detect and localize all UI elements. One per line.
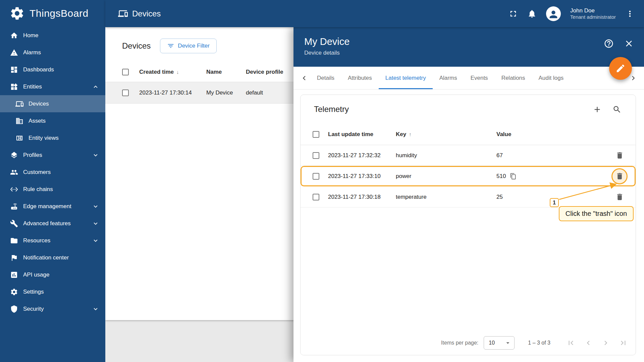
plus-icon	[593, 105, 602, 114]
copy-value-button[interactable]	[510, 173, 517, 180]
sidebar-item-label: Customers	[23, 169, 51, 176]
tab-alarms[interactable]: Alarms	[433, 67, 464, 89]
pencil-icon	[615, 63, 626, 73]
add-telemetry-button[interactable]	[593, 105, 602, 114]
telemetry-time: 2023-11-27 17:33:10	[328, 173, 396, 180]
kebab-menu-button[interactable]	[625, 9, 635, 18]
column-last-update-time[interactable]: Last update time	[328, 131, 396, 138]
tab-attributes[interactable]: Attributes	[341, 67, 379, 89]
tab-events[interactable]: Events	[464, 67, 495, 89]
items-per-page-label: Items per page:	[441, 340, 478, 346]
avatar[interactable]	[546, 6, 561, 21]
sidebar-item-edge-management[interactable]: Edge management	[0, 198, 105, 215]
sidebar-item-settings[interactable]: Settings	[0, 283, 105, 300]
delete-telemetry-button[interactable]	[615, 151, 624, 160]
panel-header: My Device Device details	[293, 27, 644, 67]
search-button[interactable]	[612, 105, 622, 114]
page-size-value: 10	[489, 340, 495, 346]
page-size-select[interactable]: 10	[484, 336, 515, 350]
tab-details[interactable]: Details	[310, 67, 341, 89]
security-icon	[10, 305, 18, 313]
sidebar-item-label: Entities	[23, 83, 42, 90]
sidebar-item-label: Rule chains	[23, 186, 53, 193]
fullscreen-button[interactable]	[508, 9, 518, 18]
sidebar-item-rule-chains[interactable]: Rule chains	[0, 181, 105, 198]
tab-latest-telemetry[interactable]: Latest telemetry	[379, 67, 433, 89]
row-checkbox[interactable]	[313, 173, 319, 180]
telemetry-row[interactable]: 2023-11-27 17:32:32 humidity 67	[301, 145, 636, 166]
sidebar-item-entity-views[interactable]: Entity views	[0, 129, 105, 146]
advanced-features-icon	[10, 220, 18, 228]
sidebar-item-devices[interactable]: Devices	[0, 95, 105, 112]
thingsboard-logo[interactable]: ThingsBoard	[0, 0, 105, 27]
tab-relations[interactable]: Relations	[495, 67, 532, 89]
resources-icon	[10, 237, 18, 245]
entity-views-icon	[15, 134, 23, 142]
sidebar-item-assets[interactable]: Assets	[0, 112, 105, 129]
chevron-left-icon	[300, 74, 309, 82]
last-page-button[interactable]	[619, 339, 628, 347]
sidebar-item-security[interactable]: Security	[0, 300, 105, 317]
help-button[interactable]	[604, 39, 614, 50]
dropdown-arrow-icon	[504, 339, 512, 347]
panel-tabs: Details Attributes Latest telemetry Alar…	[293, 67, 644, 89]
telemetry-time: 2023-11-27 17:30:18	[328, 194, 396, 200]
row-checkbox[interactable]	[313, 152, 319, 159]
device-filter-button[interactable]: Device Filter	[160, 39, 216, 53]
sidebar-item-notification-center[interactable]: Notification center	[0, 249, 105, 266]
dashboards-icon	[10, 66, 18, 74]
device-filter-label: Device Filter	[178, 43, 209, 49]
select-all-checkbox[interactable]	[122, 69, 129, 75]
sidebar-item-label: Alarms	[23, 49, 41, 56]
panel-header-text: My Device Device details	[304, 36, 604, 67]
select-all-checkbox[interactable]	[313, 131, 319, 138]
sidebar-item-alarms[interactable]: Alarms	[0, 44, 105, 61]
devices-list-title: Devices	[122, 41, 151, 51]
close-button[interactable]	[624, 39, 634, 50]
sidebar-item-advanced-features[interactable]: Advanced features	[0, 215, 105, 232]
filter-icon	[167, 42, 174, 50]
annotation-tooltip: Click the "trash" icon	[559, 206, 634, 221]
customers-icon	[10, 168, 18, 176]
sidebar-item-label: Notification center	[23, 254, 69, 261]
sidebar-item-customers[interactable]: Customers	[0, 164, 105, 181]
sidebar-item-api-usage[interactable]: API usage	[0, 266, 105, 283]
rule-chains-icon	[10, 185, 18, 193]
sidebar-item-home[interactable]: Home	[0, 27, 105, 44]
column-name[interactable]: Name	[206, 69, 246, 75]
edit-fab-button[interactable]	[609, 57, 632, 80]
tabs-scroll-left-button[interactable]	[298, 67, 310, 89]
topbar: Devices John Doe Tenant administrator	[105, 0, 644, 27]
row-checkbox[interactable]	[122, 89, 129, 96]
sidebar-item-label: Devices	[29, 101, 49, 107]
next-page-button[interactable]	[601, 339, 610, 347]
fullscreen-icon	[508, 9, 518, 18]
column-label: Key	[396, 131, 406, 138]
app-root: ThingsBoard Home Alarms Dashboards Entit…	[0, 0, 644, 362]
delete-telemetry-button[interactable]	[615, 193, 624, 201]
api-usage-icon	[10, 271, 18, 279]
tab-audit-logs[interactable]: Audit logs	[532, 67, 571, 89]
paginator: Items per page: 10 1 – 3 of 3	[301, 331, 636, 355]
sidebar-item-entities[interactable]: Entities	[0, 78, 105, 95]
sidebar-item-resources[interactable]: Resources	[0, 232, 105, 249]
sidebar-item-label: Advanced features	[23, 220, 71, 227]
panel-subtitle: Device details	[304, 50, 604, 56]
telemetry-row[interactable]: 2023-11-27 17:30:18 temperature 25	[301, 187, 636, 207]
trash-icon	[615, 172, 624, 180]
column-key[interactable]: Key↑	[396, 131, 496, 138]
column-value[interactable]: Value	[496, 131, 607, 138]
notifications-button[interactable]	[527, 9, 537, 18]
previous-page-button[interactable]	[584, 339, 593, 347]
telemetry-row-highlighted[interactable]: 2023-11-27 17:33:10 power 510	[301, 166, 636, 187]
user-role: Tenant administrator	[570, 14, 616, 20]
sidebar-item-dashboards[interactable]: Dashboards	[0, 61, 105, 78]
column-created-time[interactable]: Created time↓	[139, 69, 206, 75]
topbar-actions: John Doe Tenant administrator	[508, 6, 635, 21]
sidebar-item-profiles[interactable]: Profiles	[0, 146, 105, 164]
row-checkbox[interactable]	[313, 194, 319, 200]
first-page-icon	[567, 339, 575, 347]
entities-icon	[10, 83, 18, 91]
first-page-button[interactable]	[567, 339, 575, 347]
delete-telemetry-button[interactable]	[615, 172, 624, 180]
